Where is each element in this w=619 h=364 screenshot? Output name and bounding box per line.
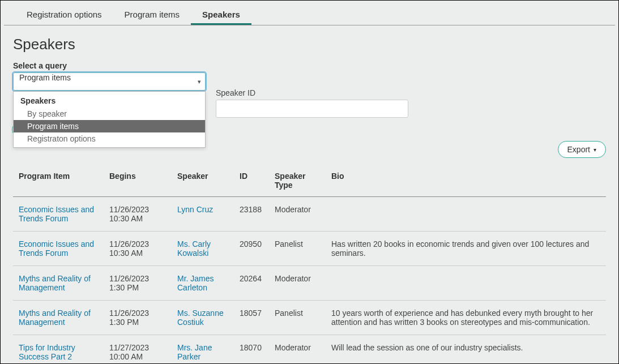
- program-item-link[interactable]: Economic Issues and Trends Forum: [19, 205, 94, 223]
- tab-speakers[interactable]: Speakers: [191, 5, 251, 25]
- speaker-link[interactable]: Mr. James Carleton: [177, 274, 214, 292]
- program-item-link[interactable]: Myths and Reality of Management: [19, 274, 91, 292]
- begins-cell: 11/27/202310:00 AM: [104, 335, 172, 365]
- page-title: Speakers: [13, 36, 606, 53]
- col-program-item[interactable]: Program Item: [13, 166, 104, 197]
- id-cell: 18070: [234, 335, 269, 365]
- begins-cell: 11/26/202310:30 AM: [104, 232, 172, 266]
- speaker-type-cell: Panelist: [269, 301, 326, 335]
- id-cell: 23188: [234, 197, 269, 232]
- query-select[interactable]: Program items: [13, 72, 206, 91]
- dropdown-option-program-items[interactable]: Program items: [14, 120, 205, 132]
- col-speaker[interactable]: Speaker: [172, 166, 234, 197]
- col-bio[interactable]: Bio: [326, 166, 606, 197]
- id-cell: 20264: [234, 266, 269, 301]
- export-button[interactable]: Export ▾: [558, 141, 606, 158]
- bio-cell: [326, 197, 606, 232]
- bio-cell: 10 years worth of experience and has deb…: [326, 301, 606, 335]
- export-label: Export: [567, 145, 590, 154]
- bio-cell: Will lead the session as one of our indu…: [326, 335, 606, 365]
- dropdown-option-registration-options[interactable]: Registraton options: [14, 132, 205, 145]
- speakers-table-wrap: Program Item Begins Speaker ID Speaker T…: [13, 166, 606, 364]
- caret-down-icon: ▾: [594, 147, 596, 153]
- query-dropdown: Speakers By speaker Program items Regist…: [13, 91, 206, 148]
- query-label: Select a query: [13, 61, 606, 70]
- table-row: Economic Issues and Trends Forum11/26/20…: [13, 197, 606, 232]
- begins-cell: 11/26/202310:30 AM: [104, 197, 172, 232]
- speaker-type-cell: Moderator: [269, 197, 326, 232]
- col-begins[interactable]: Begins: [104, 166, 172, 197]
- dropdown-option-by-speaker[interactable]: By speaker: [14, 108, 205, 120]
- bio-cell: Has written 20 books in economic trends …: [326, 232, 606, 266]
- tab-program-items[interactable]: Program items: [113, 5, 191, 25]
- speaker-link[interactable]: Lynn Cruz: [177, 205, 213, 214]
- bio-cell: [326, 266, 606, 301]
- dropdown-group-label: Speakers: [14, 94, 205, 108]
- speaker-type-cell: Moderator: [269, 335, 326, 365]
- id-cell: 18057: [234, 301, 269, 335]
- speaker-link[interactable]: Ms. Suzanne Costiuk: [177, 309, 224, 327]
- speaker-id-label: Speaker ID: [216, 88, 408, 97]
- table-row: Myths and Reality of Management11/26/202…: [13, 266, 606, 301]
- speaker-type-cell: Moderator: [269, 266, 326, 301]
- begins-cell: 11/26/20231:30 PM: [104, 301, 172, 335]
- program-item-link[interactable]: Myths and Reality of Management: [19, 309, 91, 327]
- table-row: Myths and Reality of Management11/26/202…: [13, 301, 606, 335]
- table-row: Tips for Industry Success Part 211/27/20…: [13, 335, 606, 365]
- begins-cell: 11/26/20231:30 PM: [104, 266, 172, 301]
- program-item-link[interactable]: Economic Issues and Trends Forum: [19, 239, 94, 258]
- tab-registration-options[interactable]: Registration options: [15, 5, 113, 25]
- id-cell: 20950: [234, 232, 269, 266]
- col-id[interactable]: ID: [234, 166, 269, 197]
- speaker-id-input[interactable]: [216, 100, 408, 118]
- tabs-bar: Registration options Program items Speak…: [4, 1, 615, 25]
- col-speaker-type[interactable]: Speaker Type: [269, 166, 326, 197]
- speaker-type-cell: Panelist: [269, 232, 326, 266]
- speaker-link[interactable]: Mrs. Jane Parker: [177, 343, 212, 361]
- speaker-id-field-group: Speaker ID: [216, 88, 408, 118]
- table-row: Economic Issues and Trends Forum11/26/20…: [13, 232, 606, 266]
- speakers-table: Program Item Begins Speaker ID Speaker T…: [13, 166, 606, 364]
- speaker-link[interactable]: Ms. Carly Kowalski: [177, 239, 211, 258]
- program-item-link[interactable]: Tips for Industry Success Part 2: [19, 343, 75, 361]
